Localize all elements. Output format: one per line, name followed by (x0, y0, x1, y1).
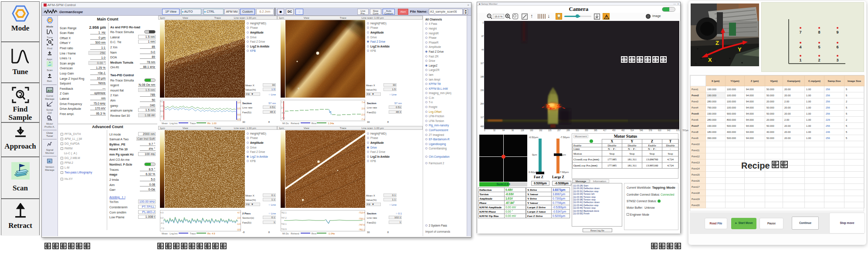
svg-text:Z: Z (715, 40, 719, 46)
svg-text:X: X (708, 57, 712, 63)
svg-text:4: 4 (799, 45, 801, 49)
svg-text:7.9: 7.9 (281, 101, 284, 104)
svg-text:-0.5: -0.5 (237, 118, 241, 121)
svg-text:2.0: 2.0 (160, 105, 163, 107)
svg-text:0.0: 0.0 (160, 217, 163, 219)
svg-text:0.0: 0.0 (237, 113, 241, 116)
svg-text:6: 6 (836, 45, 838, 49)
svg-text:7: 7 (799, 30, 801, 34)
svg-text:2.0: 2.0 (362, 107, 365, 110)
svg-text:4.1: 4.1 (160, 100, 163, 103)
svg-text:-2.1: -2.1 (160, 115, 164, 118)
svg-text:Y: Y (738, 46, 742, 53)
svg-text:4.7: 4.7 (237, 211, 241, 214)
svg-text:0.5: 0.5 (237, 107, 241, 110)
svg-text:-3.9: -3.9 (237, 228, 241, 231)
svg-text:2: 2 (818, 58, 820, 62)
svg-text:2.0: 2.0 (237, 217, 241, 219)
svg-text:1.0: 1.0 (237, 101, 241, 104)
svg-text:-4.0: -4.0 (281, 112, 285, 114)
svg-text:-747.6: -747.6 (359, 224, 365, 226)
svg-text:716.9: 716.9 (281, 228, 287, 230)
svg-text:-733.1: -733.1 (359, 217, 365, 220)
svg-text:-7.0: -7.0 (160, 227, 164, 230)
svg-text:-713.4: -713.4 (359, 211, 365, 214)
svg-text:-2.0: -2.0 (361, 113, 365, 116)
svg-text:0.0: 0.0 (160, 110, 163, 112)
svg-text:-7.0: -7.0 (281, 117, 285, 119)
svg-text:3: 3 (836, 58, 838, 62)
svg-text:-7.4: -7.4 (361, 118, 365, 121)
svg-text:5: 5 (818, 45, 820, 49)
svg-text:8: 8 (818, 30, 820, 34)
svg-text:4.9: 4.9 (160, 211, 163, 214)
svg-text:-761.1: -761.1 (359, 228, 365, 231)
svg-text:ZTL: ZTL (595, 17, 598, 19)
svg-text:-4.1: -4.1 (160, 222, 164, 224)
svg-text:762.1: 762.1 (281, 211, 287, 214)
svg-text:1: 1 (799, 58, 801, 62)
svg-text:732.1: 732.1 (281, 223, 287, 225)
svg-text:7.4: 7.4 (362, 101, 365, 104)
svg-text:9: 9 (836, 30, 838, 34)
svg-text:747.2: 747.2 (281, 217, 287, 219)
svg-text:-1.0: -1.0 (237, 223, 241, 225)
svg-text:2.0: 2.0 (281, 106, 284, 109)
